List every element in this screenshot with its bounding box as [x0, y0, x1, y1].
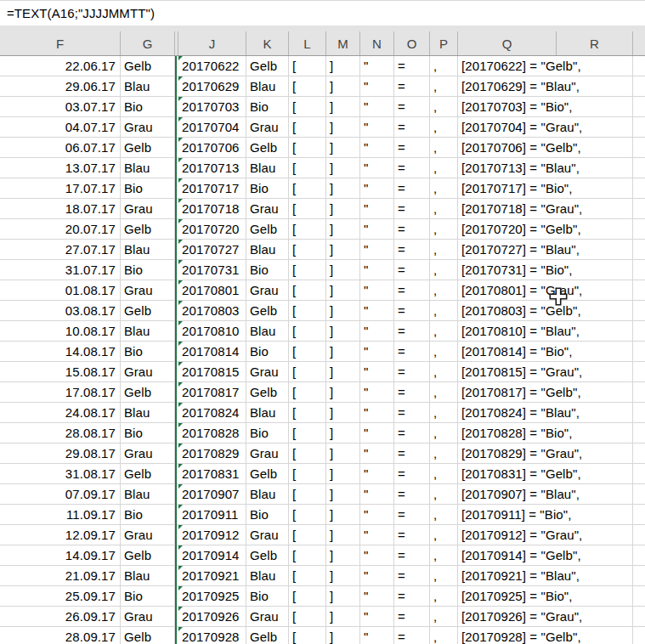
cell-color-copy[interactable]: Grau: [246, 199, 289, 219]
cell-equals[interactable]: =: [394, 443, 430, 464]
cell-date[interactable]: 18.07.17: [0, 199, 121, 219]
cell-empty-s[interactable]: [633, 178, 645, 199]
cell-datecode[interactable]: 20170815: [178, 362, 246, 382]
cell-color-copy[interactable]: Gelb: [246, 464, 289, 484]
cell-empty-s[interactable]: [633, 321, 645, 342]
cell-empty-s[interactable]: [633, 301, 645, 321]
cell-comma[interactable]: ,: [430, 342, 458, 362]
cell-color-copy[interactable]: Grau: [246, 525, 289, 545]
cell-composed-string[interactable]: [20170907] = "Blau",: [458, 484, 557, 505]
cell-color[interactable]: Bio: [121, 260, 175, 280]
cell-composed-string[interactable]: [20170727] = "Blau",: [458, 240, 557, 260]
cell-color-copy[interactable]: Blau: [246, 321, 289, 342]
cell-quote[interactable]: ": [360, 525, 394, 545]
cell-composed-string[interactable]: [20170815] = "Grau",: [458, 362, 557, 382]
cell-date[interactable]: 24.08.17: [0, 403, 121, 423]
cell-empty-s[interactable]: [633, 219, 645, 240]
cell-equals[interactable]: =: [394, 158, 430, 178]
cell-quote[interactable]: ": [360, 505, 394, 525]
cell-equals[interactable]: =: [394, 219, 430, 240]
cell-empty-s[interactable]: [633, 545, 645, 566]
cell-bracket-open[interactable]: [: [289, 525, 326, 545]
cell-quote[interactable]: ": [360, 280, 394, 301]
cell-datecode[interactable]: 20170912: [178, 525, 246, 545]
cell-date[interactable]: 15.08.17: [0, 362, 121, 382]
column-header-r[interactable]: R: [557, 31, 633, 55]
cell-bracket-close[interactable]: ]: [326, 342, 360, 362]
cell-bracket-close[interactable]: ]: [326, 76, 360, 97]
cell-bracket-open[interactable]: [: [289, 423, 326, 443]
cell-equals[interactable]: =: [394, 117, 430, 138]
cell-color[interactable]: Bio: [121, 178, 175, 199]
cell-color[interactable]: Gelb: [121, 301, 175, 321]
cell-comma[interactable]: ,: [430, 301, 458, 321]
cell-empty-s[interactable]: [633, 566, 645, 586]
cell-bracket-open[interactable]: [: [289, 321, 326, 342]
cell-bracket-close[interactable]: ]: [326, 178, 360, 199]
cell-color[interactable]: Blau: [121, 158, 175, 178]
cell-datecode[interactable]: 20170921: [178, 566, 246, 586]
cell-comma[interactable]: ,: [430, 443, 458, 464]
cell-date[interactable]: 01.08.17: [0, 280, 121, 301]
cell-composed-string[interactable]: [20170926] = "Grau",: [458, 607, 557, 627]
cell-equals[interactable]: =: [394, 178, 430, 199]
cell-comma[interactable]: ,: [430, 158, 458, 178]
cell-bracket-close[interactable]: ]: [326, 199, 360, 219]
cell-comma[interactable]: ,: [430, 199, 458, 219]
cell-date[interactable]: 27.07.17: [0, 240, 121, 260]
cell-comma[interactable]: ,: [430, 219, 458, 240]
cell-datecode[interactable]: 20170911: [178, 505, 246, 525]
cell-color-copy[interactable]: Bio: [246, 260, 289, 280]
cell-equals[interactable]: =: [394, 403, 430, 423]
cell-bracket-open[interactable]: [: [289, 443, 326, 464]
cell-composed-string[interactable]: [20170717] = "Bio",: [458, 178, 557, 199]
cell-empty-s[interactable]: [633, 443, 645, 464]
column-header-l[interactable]: L: [289, 31, 326, 55]
cell-color[interactable]: Blau: [121, 321, 175, 342]
cell-datecode[interactable]: 20170704: [178, 117, 246, 138]
cell-composed-string[interactable]: [20170810] = "Blau",: [458, 321, 557, 342]
cell-comma[interactable]: ,: [430, 545, 458, 566]
cell-bracket-open[interactable]: [: [289, 382, 326, 403]
cell-datecode[interactable]: 20170803: [178, 301, 246, 321]
column-header-j[interactable]: J: [178, 31, 246, 55]
cell-composed-string[interactable]: [20170914] = "Gelb",: [458, 545, 557, 566]
cell-quote[interactable]: ": [360, 342, 394, 362]
cell-comma[interactable]: ,: [430, 525, 458, 545]
cell-datecode[interactable]: 20170629: [178, 76, 246, 97]
cell-equals[interactable]: =: [394, 76, 430, 97]
cell-date[interactable]: 28.09.17: [0, 627, 121, 644]
cell-comma[interactable]: ,: [430, 56, 458, 76]
cell-bracket-close[interactable]: ]: [326, 219, 360, 240]
cell-quote[interactable]: ": [360, 586, 394, 607]
cell-bracket-close[interactable]: ]: [326, 566, 360, 586]
cell-quote[interactable]: ": [360, 443, 394, 464]
cell-color-copy[interactable]: Bio: [246, 586, 289, 607]
cell-empty-s[interactable]: [633, 280, 645, 301]
cell-comma[interactable]: ,: [430, 382, 458, 403]
cell-comma[interactable]: ,: [430, 97, 458, 117]
cell-quote[interactable]: ": [360, 56, 394, 76]
cell-bracket-open[interactable]: [: [289, 260, 326, 280]
cell-bracket-close[interactable]: ]: [326, 464, 360, 484]
cell-equals[interactable]: =: [394, 56, 430, 76]
column-header-k[interactable]: K: [246, 31, 289, 55]
cell-composed-string[interactable]: [20170718] = "Grau",: [458, 199, 557, 219]
cell-datecode[interactable]: 20170829: [178, 443, 246, 464]
cell-date[interactable]: 14.09.17: [0, 545, 121, 566]
cell-comma[interactable]: ,: [430, 566, 458, 586]
cell-quote[interactable]: ": [360, 607, 394, 627]
cell-equals[interactable]: =: [394, 627, 430, 644]
cell-equals[interactable]: =: [394, 464, 430, 484]
cell-bracket-open[interactable]: [: [289, 199, 326, 219]
cell-composed-string[interactable]: [20170704] = "Grau",: [458, 117, 557, 138]
cell-bracket-open[interactable]: [: [289, 403, 326, 423]
cell-quote[interactable]: ": [360, 76, 394, 97]
cell-quote[interactable]: ": [360, 484, 394, 505]
cell-equals[interactable]: =: [394, 586, 430, 607]
cell-comma[interactable]: ,: [430, 362, 458, 382]
cell-empty-s[interactable]: [633, 627, 645, 644]
cell-color-copy[interactable]: Grau: [246, 280, 289, 301]
cell-composed-string[interactable]: [20170731] = "Bio",: [458, 260, 557, 280]
cell-comma[interactable]: ,: [430, 484, 458, 505]
